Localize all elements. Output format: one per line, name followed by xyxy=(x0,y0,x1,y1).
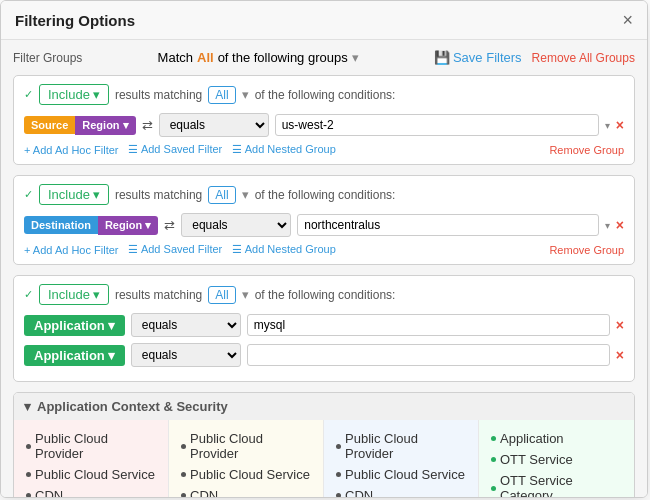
operator-select-3-2[interactable]: equals xyxy=(131,343,241,367)
operator-select-1-1[interactable]: equals not equals contains xyxy=(159,113,269,137)
app-context-header[interactable]: ▾ Application Context & Security xyxy=(14,393,634,420)
region-tag[interactable]: Region ▾ xyxy=(75,116,135,135)
value-input-1-1[interactable] xyxy=(275,114,599,136)
dropdown-col-2: Public Cloud Provider Public Cloud Servi… xyxy=(169,420,324,497)
swap-icon-2[interactable]: ⇄ xyxy=(164,218,175,233)
bullet-icon xyxy=(26,444,31,449)
list-item[interactable]: Public Cloud Provider xyxy=(179,428,313,464)
include-button-3[interactable]: Include ▾ xyxy=(39,284,109,305)
group-footer-1: + Add Ad Hoc Filter ☰ Add Saved Filter ☰… xyxy=(24,143,624,156)
chevron-down-icon: ▾ xyxy=(93,87,100,102)
dropdown-grid: Public Cloud Provider Public Cloud Servi… xyxy=(14,420,634,497)
bullet-icon xyxy=(26,472,31,477)
group-header-2: ✓ Include ▾ results matching All ▾ of th… xyxy=(24,184,624,205)
add-nested-group-2[interactable]: ☰ Add Nested Group xyxy=(232,243,336,256)
bullet-icon xyxy=(336,493,341,497)
list-item[interactable]: OTT Service Category xyxy=(489,470,624,497)
dropdown-col-4: Application OTT Service OTT Service Cate… xyxy=(479,420,634,497)
source-region-tag: Source Region ▾ xyxy=(24,116,136,135)
chevron-down-icon[interactable]: ▾ xyxy=(352,50,359,65)
match-prefix: Match xyxy=(158,50,193,65)
bullet-icon xyxy=(181,493,186,497)
dropdown-col-1: Public Cloud Provider Public Cloud Servi… xyxy=(14,420,169,497)
bullet-icon xyxy=(491,457,496,462)
all-button-2[interactable]: All xyxy=(208,186,235,204)
destination-tag[interactable]: Destination xyxy=(24,216,98,234)
condition-fields-3-2: equals × xyxy=(131,343,624,367)
list-item[interactable]: CDN xyxy=(334,485,468,497)
list-item[interactable]: Public Cloud Provider xyxy=(334,428,468,464)
modal-header: Filtering Options × xyxy=(1,1,647,40)
add-adhoc-filter-1[interactable]: + Add Ad Hoc Filter xyxy=(24,144,118,156)
remove-condition-3-2[interactable]: × xyxy=(616,347,624,363)
remove-condition-1-1[interactable]: × xyxy=(616,117,624,133)
bullet-icon xyxy=(491,486,496,491)
results-text-1: results matching xyxy=(115,88,202,102)
chevron-down-icon[interactable]: ▾ xyxy=(605,120,610,131)
remove-condition-2-1[interactable]: × xyxy=(616,217,624,233)
include-button-2[interactable]: Include ▾ xyxy=(39,184,109,205)
dropdown-col-3: Public Cloud Provider Public Cloud Servi… xyxy=(324,420,479,497)
swap-icon[interactable]: ⇄ xyxy=(142,118,153,133)
operator-select-2-1[interactable]: equals not equals xyxy=(181,213,291,237)
all-button-1[interactable]: All xyxy=(208,86,235,104)
filter-group-1: ✓ Include ▾ results matching All ▾ of th… xyxy=(13,75,635,165)
all-button-3[interactable]: All xyxy=(208,286,235,304)
check-icon: ✓ xyxy=(24,88,33,101)
check-icon: ✓ xyxy=(24,188,33,201)
list-item[interactable]: Application xyxy=(489,428,624,449)
application-tag-3-1[interactable]: Application ▾ xyxy=(24,315,125,336)
group-footer-left-2: + Add Ad Hoc Filter ☰ Add Saved Filter ☰… xyxy=(24,243,336,256)
condition-fields-3-1: equals × xyxy=(131,313,624,337)
value-input-2-1[interactable] xyxy=(297,214,599,236)
save-filters-button[interactable]: 💾 Save Filters xyxy=(434,50,522,65)
add-adhoc-filter-2[interactable]: + Add Ad Hoc Filter xyxy=(24,244,118,256)
app-context-section: ▾ Application Context & Security Public … xyxy=(13,392,635,497)
group-header-3: ✓ Include ▾ results matching All ▾ of th… xyxy=(24,284,624,305)
condition-row-2-1: Destination Region ▾ ⇄ equals not equals… xyxy=(24,213,624,237)
list-item[interactable]: Public Cloud Service xyxy=(179,464,313,485)
add-nested-group-1[interactable]: ☰ Add Nested Group xyxy=(232,143,336,156)
include-button-1[interactable]: Include ▾ xyxy=(39,84,109,105)
remove-group-1[interactable]: Remove Group xyxy=(549,144,624,156)
bullet-icon xyxy=(336,444,341,449)
source-tag[interactable]: Source xyxy=(24,116,75,134)
add-saved-filter-2[interactable]: ☰ Add Saved Filter xyxy=(128,243,222,256)
region-tag-2[interactable]: Region ▾ xyxy=(98,216,158,235)
chevron-down-icon[interactable]: ▾ xyxy=(605,220,610,231)
modal-title: Filtering Options xyxy=(15,12,135,29)
list-item[interactable]: Public Cloud Service xyxy=(334,464,468,485)
app-icon xyxy=(491,436,496,441)
conditions-text-3: of the following conditions: xyxy=(255,288,396,302)
filter-bar: Filter Groups Match All of the following… xyxy=(13,50,635,65)
chevron-down-icon[interactable]: ▾ xyxy=(242,87,249,102)
list-item[interactable]: CDN xyxy=(179,485,313,497)
close-button[interactable]: × xyxy=(622,11,633,29)
remove-group-2[interactable]: Remove Group xyxy=(549,244,624,256)
chevron-down-icon: ▾ xyxy=(108,348,115,363)
remove-all-groups-button[interactable]: Remove All Groups xyxy=(532,51,635,65)
value-input-3-1[interactable] xyxy=(247,314,610,336)
application-tag-3-2[interactable]: Application ▾ xyxy=(24,345,125,366)
modal-body: Filter Groups Match All of the following… xyxy=(1,40,647,497)
add-saved-filter-1[interactable]: ☰ Add Saved Filter xyxy=(128,143,222,156)
group-footer-left-1: + Add Ad Hoc Filter ☰ Add Saved Filter ☰… xyxy=(24,143,336,156)
bullet-icon xyxy=(336,472,341,477)
filter-group-2: ✓ Include ▾ results matching All ▾ of th… xyxy=(13,175,635,265)
bullet-icon xyxy=(26,493,31,497)
list-item[interactable]: OTT Service xyxy=(489,449,624,470)
list-item[interactable]: Public Cloud Provider xyxy=(24,428,158,464)
value-input-3-2[interactable] xyxy=(247,344,610,366)
group-footer-2: + Add Ad Hoc Filter ☰ Add Saved Filter ☰… xyxy=(24,243,624,256)
condition-row-3-2: Application ▾ equals × xyxy=(24,343,624,367)
filter-group-3: ✓ Include ▾ results matching All ▾ of th… xyxy=(13,275,635,382)
operator-select-3-1[interactable]: equals xyxy=(131,313,241,337)
remove-condition-3-1[interactable]: × xyxy=(616,317,624,333)
bullet-icon xyxy=(181,472,186,477)
chevron-down-icon: ▾ xyxy=(93,287,100,302)
floppy-icon: 💾 xyxy=(434,50,450,65)
list-item[interactable]: CDN xyxy=(24,485,158,497)
list-item[interactable]: Public Cloud Service xyxy=(24,464,158,485)
chevron-down-icon[interactable]: ▾ xyxy=(242,187,249,202)
chevron-down-icon[interactable]: ▾ xyxy=(242,287,249,302)
